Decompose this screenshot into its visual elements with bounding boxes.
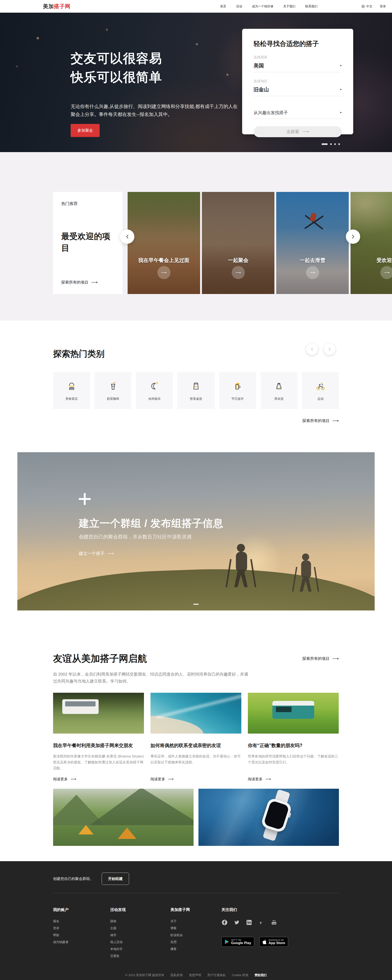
- create-partner-link[interactable]: 建立一个搭子: [79, 550, 114, 556]
- google-play-icon: [225, 939, 229, 944]
- popular-card-ski[interactable]: 一起去滑雪: [276, 192, 349, 294]
- card-arrow-button[interactable]: [380, 266, 392, 279]
- read-more-label: 阅读更多: [53, 776, 68, 781]
- footer-link-become-organizer[interactable]: 成为组建者: [53, 940, 110, 944]
- footer-link-online-events[interactable]: 线上活动: [110, 940, 171, 944]
- facebook-icon[interactable]: [221, 920, 228, 926]
- explore-all-projects-link[interactable]: 探索所有的项目: [61, 280, 98, 285]
- vimeo-icon[interactable]: v: [258, 920, 265, 926]
- svg-text:You: You: [272, 920, 276, 922]
- popular-carousel: 热门推荐 最受欢迎的项目 探索所有的项目 我在早午餐会上见过面 一起聚会 一起去…: [53, 192, 392, 294]
- cookie-policy-link[interactable]: Cookie 政策: [232, 973, 249, 977]
- footer-link-podcast[interactable]: 播客: [171, 947, 221, 951]
- footer-link-local-guides[interactable]: 本地向导: [110, 947, 171, 951]
- hero-title-line2: 快乐可以很简单: [71, 68, 162, 87]
- app-store-badge[interactable]: Download on theApp Store: [260, 937, 288, 947]
- footer-link-login[interactable]: 登录: [53, 926, 110, 930]
- read-more-link[interactable]: 阅读更多: [248, 776, 271, 781]
- hero-dot-4[interactable]: [338, 143, 340, 145]
- card-arrow-button[interactable]: [306, 266, 319, 279]
- popular-card-brunch[interactable]: 我在早午餐会上见过面: [127, 192, 200, 294]
- nav-item-become-organizer[interactable]: 成为一个组织者: [252, 5, 273, 8]
- country-select[interactable]: 选择国家 美国: [253, 55, 342, 72]
- footer-link-groups[interactable]: 团体: [110, 920, 171, 923]
- disclaimer-link[interactable]: 免责声明: [189, 973, 201, 977]
- categories-prev-button[interactable]: [306, 344, 318, 355]
- stories-row: 我在早午餐时利用美加搭子网来交朋友 新泽西州的作家兼大学生布丽安娜·史赛克 (B…: [53, 693, 339, 781]
- explore-button[interactable]: 去探索: [253, 126, 342, 137]
- apple-icon: [263, 940, 266, 944]
- category-label: 运动: [317, 397, 323, 401]
- user-terms-link[interactable]: 用户注册条款: [207, 973, 226, 977]
- finder-title: 轻松寻找合适您的搭子: [253, 40, 342, 48]
- nav-item-contact[interactable]: 联系我们: [305, 5, 317, 8]
- category-entertainment[interactable]: 休闲娱乐: [136, 372, 173, 409]
- hikers-illustration: [217, 540, 332, 608]
- region-select[interactable]: 选择地区 旧金山: [253, 79, 342, 96]
- language-switcher[interactable]: 中文: [362, 5, 373, 8]
- footer-link-topics[interactable]: 主题: [110, 926, 171, 930]
- read-more-link[interactable]: 阅读更多: [150, 776, 174, 781]
- van-window: [276, 706, 292, 712]
- footer-link-blog[interactable]: 博客: [171, 926, 221, 930]
- footer-link-signup[interactable]: 报名: [53, 920, 110, 923]
- bokeh-light: [37, 37, 39, 39]
- card-arrow-button[interactable]: [232, 266, 245, 279]
- categories-next-button[interactable]: [324, 344, 335, 355]
- nav-item-about[interactable]: 关于我们: [283, 5, 295, 8]
- footer-link-cities[interactable]: 城市: [110, 933, 171, 937]
- google-play-badge[interactable]: GET IT ONGoogle Play: [221, 937, 254, 947]
- sponsor-us-link[interactable]: 赞助我们: [255, 973, 267, 977]
- youtube-icon[interactable]: YouTube: [271, 920, 277, 926]
- van-roof: [272, 701, 314, 706]
- footer-link-help[interactable]: 帮助: [53, 933, 110, 937]
- footer-link-careers[interactable]: 职业机会: [171, 933, 221, 937]
- privacy-policy-link[interactable]: 隐私政策: [171, 973, 183, 977]
- read-more-link[interactable]: 阅读更多: [53, 776, 76, 781]
- linkedin-icon[interactable]: [246, 920, 252, 926]
- story-description: 新泽西州的作家兼大学生布丽安娜·史赛克 (Brianna Stryker) 想见…: [53, 753, 144, 772]
- start-group-button[interactable]: 开始组建: [102, 873, 129, 885]
- hero-dot-3[interactable]: [334, 143, 336, 145]
- explore-all-projects-link[interactable]: 探索所有的项目: [302, 656, 339, 661]
- nav-item-home[interactable]: 首页: [220, 5, 226, 8]
- promo-image-smartwatch[interactable]: [198, 789, 339, 846]
- footer-link-make-friends[interactable]: 交朋友: [110, 954, 171, 958]
- chevron-down-icon: [340, 112, 342, 113]
- interest-select[interactable]: 从兴趣出发找搭子: [253, 107, 342, 119]
- hero-pagination: [322, 143, 340, 145]
- explore-all-projects-label: 探索所有的项目: [302, 656, 330, 661]
- explore-all-projects-link[interactable]: 探索所有的项目: [302, 418, 339, 423]
- login-link[interactable]: 登录: [380, 5, 386, 8]
- story-card-friendship[interactable]: 如何将偶然的联系变成亲密的友谊 事实证明，成年人更难建立亲密的友谊。但不要担心：…: [150, 693, 241, 781]
- country-label: 选择国家: [253, 55, 342, 60]
- footer-link-apps[interactable]: 应用: [171, 940, 221, 944]
- globe-icon: [362, 5, 365, 8]
- category-boardgames[interactable]: 密室桌游: [177, 372, 214, 409]
- banner-pagination-dash[interactable]: [193, 604, 199, 605]
- svg-text:Tube: Tube: [272, 923, 276, 924]
- footer-link-about[interactable]: 关于: [171, 920, 221, 923]
- story-card-brunch[interactable]: 我在早午餐时利用美加搭子网来交朋友 新泽西州的作家兼大学生布丽安娜·史赛克 (B…: [53, 693, 144, 781]
- site-logo[interactable]: 美加搭子网: [43, 3, 70, 10]
- category-drinks[interactable]: 奶茶咖啡: [94, 372, 131, 409]
- category-food[interactable]: 美食探店: [53, 372, 90, 409]
- arrow-right-icon: [71, 778, 76, 780]
- twitter-icon[interactable]: [234, 920, 240, 926]
- card-arrow-button[interactable]: [158, 266, 171, 279]
- promo-image-camping[interactable]: [53, 789, 194, 846]
- hero-dot-1[interactable]: [322, 143, 328, 145]
- hero-dot-2[interactable]: [330, 143, 332, 145]
- carousel-next-button[interactable]: [346, 229, 360, 244]
- join-meetup-button[interactable]: 参加聚会: [71, 124, 100, 137]
- story-card-friend-count[interactable]: 你有“正确”数量的朋友吗? 世界各地的研究试图帮助人们回答这个问题。了解友谊的三…: [248, 693, 339, 781]
- carousel-prev-button[interactable]: [120, 229, 134, 244]
- category-party[interactable]: 节日派对: [219, 372, 256, 409]
- category-label: 休闲娱乐: [148, 397, 161, 401]
- footer-divider: [53, 893, 339, 893]
- nav-item-events[interactable]: 活动: [236, 5, 242, 8]
- popular-card-hike[interactable]: 受欢迎的: [351, 192, 392, 294]
- category-weekend-trip[interactable]: 周末游: [261, 372, 298, 409]
- popular-card-party[interactable]: 一起聚会: [202, 192, 274, 294]
- category-sports[interactable]: 运动: [302, 372, 339, 409]
